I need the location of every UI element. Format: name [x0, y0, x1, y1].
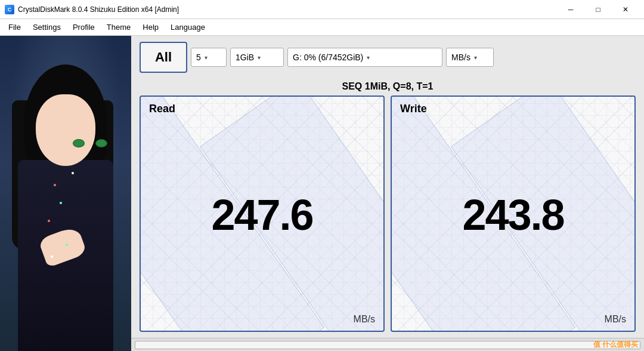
sparkle-3	[72, 172, 74, 174]
window-title: CrystalDiskMark 8.0.4 Shizuku Edition x6…	[18, 5, 557, 14]
window-controls: ─ □ ✕	[557, 0, 639, 19]
menu-bar: File Settings Profile Theme Help Languag…	[0, 19, 644, 36]
write-panel: Write 243.8 MB/s	[391, 96, 636, 332]
write-unit: MB/s	[400, 314, 626, 325]
app-icon: C	[5, 5, 14, 14]
right-panel: All 5 ▾ 1GiB ▾ G: 0% (6/7452GiB) ▾ MB/s …	[131, 36, 644, 351]
read-panel: Read 247.6 MB/s	[140, 96, 385, 332]
write-label: Write	[400, 103, 626, 115]
app-icon-letter: C	[8, 7, 12, 13]
sparkle-2	[60, 202, 62, 204]
anime-character	[6, 64, 125, 351]
size-dropdown-arrow: ▾	[258, 54, 261, 61]
all-button[interactable]: All	[140, 42, 187, 73]
count-dropdown-arrow: ▾	[205, 54, 208, 61]
read-label: Read	[149, 103, 375, 115]
char-eye-left	[73, 139, 85, 147]
drive-dropdown-arrow: ▾	[367, 54, 370, 61]
sparkle-4	[48, 220, 50, 222]
sparkle-1	[54, 184, 56, 186]
sparkle-5	[66, 244, 68, 246]
menu-file[interactable]: File	[2, 20, 27, 34]
watermark-text: 值 什么值得买	[593, 340, 638, 350]
main-content: All 5 ▾ 1GiB ▾ G: 0% (6/7452GiB) ▾ MB/s …	[0, 36, 644, 351]
drive-dropdown[interactable]: G: 0% (6/7452GiB) ▾	[287, 48, 442, 67]
drive-value: G: 0% (6/7452GiB)	[293, 53, 363, 62]
menu-profile[interactable]: Profile	[67, 20, 101, 34]
char-eye-right	[95, 139, 107, 147]
menu-theme[interactable]: Theme	[101, 20, 137, 34]
menu-settings[interactable]: Settings	[27, 20, 67, 34]
unit-dropdown-arrow: ▾	[474, 54, 477, 61]
count-dropdown[interactable]: 5 ▾	[191, 48, 227, 67]
size-value: 1GiB	[236, 53, 254, 62]
menu-help[interactable]: Help	[137, 20, 165, 34]
unit-value: MB/s	[451, 53, 470, 62]
maximize-button[interactable]: □	[584, 0, 612, 19]
char-face	[36, 94, 95, 166]
read-value: 247.6	[149, 115, 375, 314]
sparkle-6	[51, 255, 53, 258]
anime-image-panel	[0, 36, 131, 351]
title-bar: C CrystalDiskMark 8.0.4 Shizuku Edition …	[0, 0, 644, 19]
bottom-bar: 值 什么值得买	[131, 338, 644, 351]
write-value: 243.8	[400, 115, 626, 314]
progress-bar	[135, 341, 640, 349]
bench-area: Read 247.6 MB/s Write 243.8 MB/s	[131, 96, 644, 338]
controls-row: All 5 ▾ 1GiB ▾ G: 0% (6/7452GiB) ▾ MB/s …	[131, 36, 644, 79]
count-value: 5	[196, 53, 201, 62]
unit-dropdown[interactable]: MB/s ▾	[446, 48, 494, 67]
size-dropdown[interactable]: 1GiB ▾	[230, 48, 284, 67]
seq-label: SEQ 1MiB, Q=8, T=1	[131, 79, 644, 96]
close-button[interactable]: ✕	[612, 0, 639, 19]
menu-language[interactable]: Language	[165, 20, 211, 34]
minimize-button[interactable]: ─	[557, 0, 584, 19]
read-unit: MB/s	[149, 314, 375, 325]
